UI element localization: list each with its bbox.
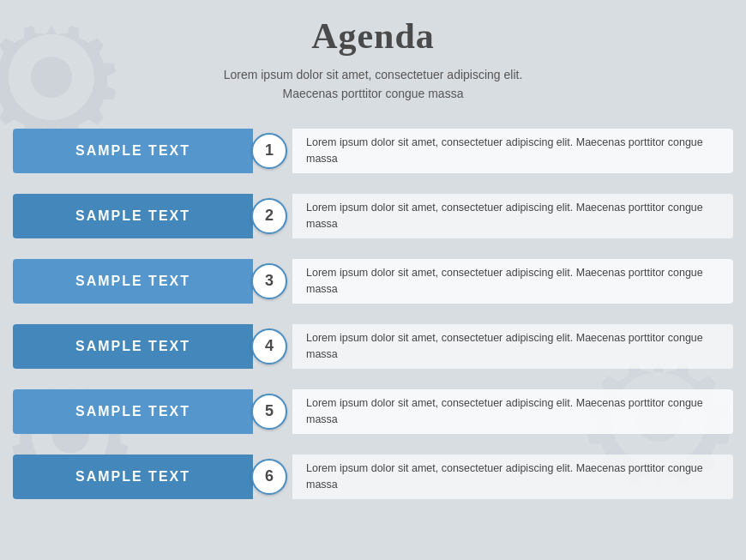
agenda-label-5: SAMPLE TEXT [13,389,253,434]
subtitle-line2: Maecenas porttitor congue massa [283,87,464,100]
agenda-label-4: SAMPLE TEXT [13,324,253,369]
agenda-desc-text-6: Lorem ipsum dolor sit amet, consectetuer… [306,461,719,493]
agenda-label-3: SAMPLE TEXT [13,259,253,304]
agenda-desc-1: Lorem ipsum dolor sit amet, consectetuer… [292,129,733,173]
agenda-row: SAMPLE TEXT2Lorem ipsum dolor sit amet, … [13,186,733,246]
agenda-row: SAMPLE TEXT3Lorem ipsum dolor sit amet, … [13,251,733,311]
agenda-desc-2: Lorem ipsum dolor sit amet, consectetuer… [292,194,733,238]
agenda-number-3: 3 [251,263,287,299]
agenda-number-4: 4 [251,328,287,364]
agenda-desc-5: Lorem ipsum dolor sit amet, consectetuer… [292,389,733,434]
agenda-label-text-2: SAMPLE TEXT [75,208,190,224]
agenda-label-text-4: SAMPLE TEXT [75,339,190,354]
page-title: Agenda [311,15,435,57]
agenda-desc-6: Lorem ipsum dolor sit amet, consectetuer… [292,455,733,499]
agenda-items-container: SAMPLE TEXT1Lorem ipsum dolor sit amet, … [13,121,733,507]
agenda-number-2: 2 [251,198,287,234]
agenda-label-1: SAMPLE TEXT [13,129,253,173]
agenda-number-1: 1 [251,133,287,169]
agenda-label-text-6: SAMPLE TEXT [75,469,190,485]
agenda-desc-text-2: Lorem ipsum dolor sit amet, consectetuer… [306,200,719,232]
main-container: Agenda Lorem ipsum dolor sit amet, conse… [0,0,746,560]
agenda-row: SAMPLE TEXT6Lorem ipsum dolor sit amet, … [13,447,733,507]
agenda-label-2: SAMPLE TEXT [13,194,253,238]
agenda-desc-text-5: Lorem ipsum dolor sit amet, consectetuer… [306,395,719,428]
agenda-desc-text-4: Lorem ipsum dolor sit amet, consectetuer… [306,330,719,363]
agenda-desc-4: Lorem ipsum dolor sit amet, consectetuer… [292,324,733,369]
subtitle-line1: Lorem ipsum dolor sit amet, consectetuer… [224,68,523,81]
agenda-number-5: 5 [251,394,287,430]
agenda-label-text-3: SAMPLE TEXT [75,274,190,289]
agenda-row: SAMPLE TEXT4Lorem ipsum dolor sit amet, … [13,316,733,376]
agenda-row: SAMPLE TEXT5Lorem ipsum dolor sit amet, … [13,382,733,442]
agenda-desc-text-3: Lorem ipsum dolor sit amet, consectetuer… [306,265,719,298]
agenda-row: SAMPLE TEXT1Lorem ipsum dolor sit amet, … [13,121,733,181]
agenda-desc-text-1: Lorem ipsum dolor sit amet, consectetuer… [306,135,719,167]
agenda-label-text-1: SAMPLE TEXT [75,143,190,159]
agenda-label-6: SAMPLE TEXT [13,455,253,499]
agenda-desc-3: Lorem ipsum dolor sit amet, consectetuer… [292,259,733,304]
agenda-label-text-5: SAMPLE TEXT [75,404,190,419]
subtitle: Lorem ipsum dolor sit amet, consectetuer… [224,65,523,104]
agenda-number-6: 6 [251,459,287,495]
